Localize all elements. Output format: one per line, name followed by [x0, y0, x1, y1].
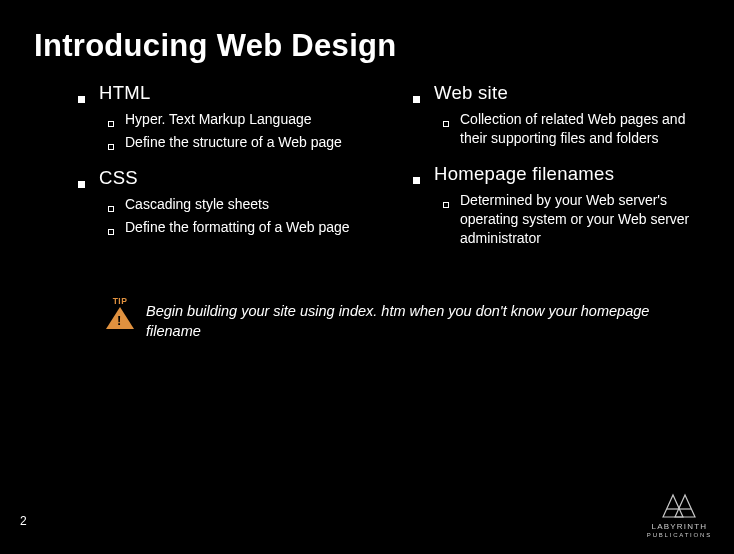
hollow-square-icon: [443, 202, 449, 208]
tip-badge: TIP: [106, 296, 134, 329]
tip-label: TIP: [113, 296, 128, 306]
list-item: Collection of related Web pages and thei…: [443, 110, 704, 148]
square-bullet-icon: [413, 177, 420, 184]
square-bullet-icon: [78, 181, 85, 188]
hollow-square-icon: [108, 229, 114, 235]
page-number: 2: [20, 514, 27, 528]
item-text: Define the formatting of a Web page: [125, 218, 350, 237]
list-heading: Homepage filenames: [413, 163, 704, 185]
heading-text: HTML: [99, 82, 151, 104]
left-column: HTML Hyper. Text Markup Language Define …: [92, 82, 369, 262]
list-heading: HTML: [78, 82, 369, 104]
slide-title: Introducing Web Design: [0, 0, 734, 64]
tip-text: Begin building your site using index. ht…: [146, 296, 674, 341]
hollow-square-icon: [443, 121, 449, 127]
list-item: Define the structure of a Web page: [108, 133, 369, 152]
heading-text: Web site: [434, 82, 508, 104]
list-item: Hyper. Text Markup Language: [108, 110, 369, 129]
hollow-square-icon: [108, 121, 114, 127]
square-bullet-icon: [78, 96, 85, 103]
list-item: Define the formatting of a Web page: [108, 218, 369, 237]
item-text: Define the structure of a Web page: [125, 133, 342, 152]
publisher-subtitle: PUBLICATIONS: [647, 532, 712, 538]
content-area: HTML Hyper. Text Markup Language Define …: [0, 64, 734, 262]
right-column: Web site Collection of related Web pages…: [427, 82, 704, 262]
publisher-logo: LABYRINTH PUBLICATIONS: [647, 489, 712, 538]
item-text: Cascading style sheets: [125, 195, 269, 214]
publisher-name: LABYRINTH: [652, 523, 708, 532]
hollow-square-icon: [108, 206, 114, 212]
warning-triangle-icon: [106, 307, 134, 329]
list-item: Determined by your Web server's operatin…: [443, 191, 704, 248]
square-bullet-icon: [413, 96, 420, 103]
item-text: Hyper. Text Markup Language: [125, 110, 312, 129]
heading-text: Homepage filenames: [434, 163, 614, 185]
tip-row: TIP Begin building your site using index…: [0, 262, 734, 341]
item-text: Determined by your Web server's operatin…: [460, 191, 704, 248]
heading-text: CSS: [99, 167, 138, 189]
list-item: Cascading style sheets: [108, 195, 369, 214]
list-heading: Web site: [413, 82, 704, 104]
labyrinth-logo-icon: [657, 489, 701, 521]
list-heading: CSS: [78, 167, 369, 189]
item-text: Collection of related Web pages and thei…: [460, 110, 704, 148]
hollow-square-icon: [108, 144, 114, 150]
